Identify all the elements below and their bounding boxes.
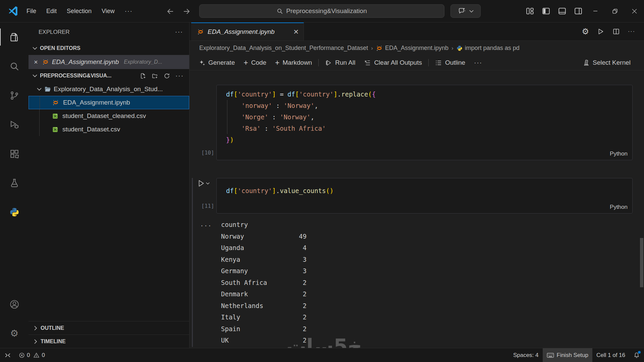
output-row: Kenya3 [221,254,633,265]
toggle-secondary-sidebar-icon[interactable] [570,4,586,18]
menu-view[interactable]: View [97,8,120,15]
breadcrumb-item[interactable]: EDA_Assignment.ipynb [376,45,448,52]
code-label: Code [251,59,266,66]
tree-file-student_Dataset.csv[interactable]: student_Dataset.csv [29,123,189,136]
refresh-icon[interactable] [164,73,170,79]
explorer-sidebar: EXPLORER ··· OPEN EDITORS × EDA_Assignme… [29,22,190,348]
tree-file-EDA_Assignment.ipynb[interactable]: EDA_Assignment.ipynb [29,96,189,109]
outline-section[interactable]: OUTLINE [29,321,189,335]
notifications-bell[interactable] [629,348,644,362]
run-icon[interactable] [597,28,604,35]
timeline-section[interactable]: TIMELINE [29,335,189,348]
jupyter-file-icon [197,28,204,35]
output-country: South Africa [221,277,290,289]
cell-code-editor[interactable]: df['country'] = df['country'].replace({ … [217,85,632,145]
select-kernel-button[interactable]: Select Kernel [579,59,631,66]
menu-edit[interactable]: Edit [41,8,62,15]
run-all-button[interactable]: Run All [321,59,360,66]
account-icon[interactable] [0,290,29,319]
open-editor-path: Exploratory_D... [124,59,162,65]
code-line: df['country'].value_counts() [226,185,632,196]
cell-language-label[interactable]: Python [610,204,628,210]
folder-open-icon [44,86,51,93]
kernel-icon [583,59,590,66]
folder-name: Exploratory_Data_Analysis_on_Stud... [54,85,163,93]
output-row: UK2 [221,335,633,346]
warning-count: 0 [42,352,45,359]
breadcrumb-label: EDA_Assignment.ipynb [385,45,448,52]
extensions-icon[interactable] [0,139,29,168]
add-code-button[interactable]: + Code [239,59,271,67]
problems-indicator[interactable]: 0 0 [19,352,45,359]
notebook-scrollbar[interactable] [640,238,643,287]
new-file-icon[interactable] [140,73,146,79]
close-window-button[interactable] [625,0,644,22]
restore-button[interactable] [605,0,625,22]
clear-all-outputs-button[interactable]: Clear All Outputs [360,59,426,66]
cell-indicator[interactable]: Cell 1 of 16 [592,348,629,362]
code-cell-11[interactable]: df['country'].value_counts() [11] Python [216,178,633,214]
clear-all-icon [364,59,371,66]
execution-count: [10] [201,149,214,156]
output-menu-icon[interactable]: ··· [200,220,212,232]
output-count: 2 [290,311,307,323]
settings-gear-icon[interactable]: ⚙ [0,319,29,348]
python-extension-icon[interactable] [0,197,29,227]
cell-code-editor[interactable]: df['country'].value_counts() [217,178,632,196]
explorer-icon[interactable] [0,22,29,52]
section-more-icon[interactable]: ··· [175,72,184,79]
menu-file[interactable]: File [21,8,41,15]
editor-more-actions-icon[interactable]: ··· [628,28,635,35]
workspace-section-header[interactable]: PREPROCESSING&VISUA... ··· [29,69,189,82]
tab-close-icon[interactable]: ✕ [293,28,299,36]
explorer-more-actions[interactable]: ··· [175,28,183,36]
output-row: Denmark2 [221,288,633,300]
activity-bar: ⚙ [0,22,29,348]
spaces-indicator[interactable]: Spaces: 4 [509,348,543,362]
customize-layout-icon[interactable] [522,4,538,18]
remote-indicator-icon[interactable] [5,353,11,358]
source-control-icon[interactable] [0,81,29,110]
command-center-search[interactable]: Preprocessing&Visualization [199,4,444,18]
menubar: FileEditSelectionView··· [21,0,138,22]
tab-eda-assignment[interactable]: EDA_Assignment.ipynb ✕ [191,22,304,41]
open-editor-item[interactable]: × EDA_Assignment.ipynb Exploratory_D... [29,55,189,69]
outline-button[interactable]: Outline [431,59,470,66]
tree-folder-row[interactable]: Exploratory_Data_Analysis_on_Stud... [29,82,189,96]
output-country: UK [221,335,290,346]
generate-button[interactable]: Generate [199,59,239,66]
toolbar-more-icon[interactable]: ··· [470,59,487,66]
select-kernel-label: Select Kernel [593,59,631,66]
close-editor-icon[interactable]: × [34,58,38,66]
back-arrow-icon[interactable] [165,6,176,17]
menu-selection[interactable]: Selection [62,8,97,15]
search-sidebar-icon[interactable] [0,52,29,81]
error-icon [19,352,25,358]
new-folder-icon[interactable] [152,73,158,79]
code-cell-10[interactable]: df['country'] = df['country'].replace({ … [216,85,633,160]
finish-setup-button[interactable]: Finish Setup [543,348,593,362]
notebook-settings-gear-icon[interactable]: ⚙ [582,27,589,36]
toggle-panel-icon[interactable] [554,4,570,18]
menu-overflow-icon[interactable]: ··· [120,8,138,15]
breadcrumb-item[interactable]: import pandas as pd [457,45,520,52]
breadcrumb-item[interactable]: Exploratory_Data_Analysis_on_Student_Per… [199,45,368,52]
explorer-pane-header: EXPLORER ··· [29,22,189,42]
open-editors-header[interactable]: OPEN EDITORS [29,42,189,55]
run-debug-icon[interactable] [0,110,29,139]
add-markdown-button[interactable]: + Markdown [271,59,316,67]
file-name: student_Dataset_cleaned.csv [62,112,146,120]
toggle-primary-sidebar-icon[interactable] [538,4,554,18]
forward-arrow-icon[interactable] [181,6,192,17]
run-cell-button[interactable] [197,179,210,188]
minimize-button[interactable] [586,0,605,22]
khamsat-watermark: خ5سات [286,335,362,348]
clear-all-label: Clear All Outputs [374,59,422,66]
split-editor-icon[interactable] [612,28,620,35]
cell-language-label[interactable]: Python [610,150,628,157]
testing-icon[interactable] [0,168,29,197]
tab-bar: EDA_Assignment.ipynb ✕ ⚙ ··· [190,22,644,41]
tree-file-student_Dataset_cleaned.csv[interactable]: student_Dataset_cleaned.csv [29,109,189,123]
jupyter-file-icon [52,99,59,106]
copilot-chat-button[interactable] [450,4,481,18]
